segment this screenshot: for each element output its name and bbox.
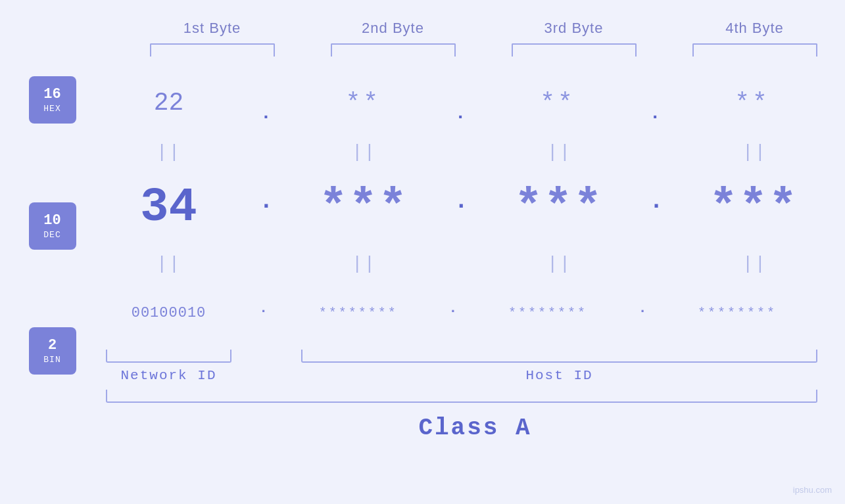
bin-byte1-cell: 00100010 [78, 305, 259, 321]
label-spacer [259, 368, 274, 383]
bin-row: 00100010 . ******** . ******** . *******… [78, 280, 845, 346]
parallel-1-1: || [78, 142, 259, 162]
hex-byte1-value: 22 [154, 89, 184, 117]
parallel-2-2: || [274, 254, 454, 274]
bracket-cell-4 [664, 43, 845, 57]
hex-byte2-value: ** [346, 89, 381, 117]
top-brackets-row [0, 43, 845, 57]
dec-byte3-cell: *** [468, 181, 649, 235]
parallel-row-2: || || || || [78, 247, 845, 280]
parallel-2-3: || [469, 254, 650, 274]
parallel-lines-1-3: || [547, 142, 572, 162]
parallel-lines-2-2: || [352, 254, 377, 274]
bin-byte4-cell: ******** [647, 306, 828, 321]
hex-byte4-value: ** [735, 89, 770, 117]
dec-byte4-value: *** [710, 181, 799, 235]
watermark: ipshu.com [793, 485, 832, 495]
hex-byte4-cell: ** [662, 89, 842, 117]
bottom-brackets-container [78, 350, 845, 363]
bin-badge-number: 2 [48, 337, 57, 354]
parallel-2-4: || [664, 254, 845, 274]
hex-badge: 16 HEX [29, 76, 76, 124]
main-container: 1st Byte 2nd Byte 3rd Byte 4th Byte 16 H… [0, 0, 845, 504]
parallel-2-1: || [78, 254, 259, 274]
host-id-label: Host ID [525, 368, 592, 383]
data-grid: 22 . ** . ** . ** || [78, 70, 845, 403]
dec-byte1-cell: 34 [78, 181, 259, 235]
content-area: 16 HEX 10 DEC 2 BIN 22 . [0, 70, 845, 403]
parallel-lines-1-4: || [742, 142, 767, 162]
outer-bracket-container [78, 390, 845, 403]
parallel-lines-1-1: || [157, 142, 181, 162]
bin-byte2-value: ******** [319, 306, 398, 321]
parallel-lines-2-4: || [742, 254, 767, 274]
bin-byte4-value: ******** [698, 306, 777, 321]
hex-badge-label: HEX [43, 104, 60, 114]
parallel-1-4: || [664, 142, 845, 162]
host-id-label-container: Host ID [274, 368, 845, 383]
byte-label-3: 3rd Byte [483, 20, 664, 37]
network-id-label: Network ID [120, 368, 216, 383]
bracket-cell-2 [302, 43, 483, 57]
top-bracket-4 [692, 43, 817, 57]
bin-badge: 2 BIN [29, 327, 76, 375]
dot-dec-1: . [259, 188, 274, 228]
top-bracket-3 [512, 43, 637, 57]
dot-hex-2: . [455, 103, 466, 135]
parallel-row-1: || || || || [78, 135, 845, 168]
dec-byte4-cell: *** [664, 181, 844, 235]
hex-byte2-cell: ** [273, 89, 454, 117]
network-id-bracket [106, 350, 231, 363]
host-id-bracket [301, 350, 817, 363]
dot-bin-2: . [448, 300, 457, 326]
top-bracket-2 [331, 43, 456, 57]
bin-byte1-value: 00100010 [132, 305, 206, 321]
bin-byte3-cell: ******** [457, 306, 638, 321]
top-bracket-1 [150, 43, 275, 57]
byte-labels-row: 1st Byte 2nd Byte 3rd Byte 4th Byte [0, 20, 845, 37]
dec-badge-number: 10 [43, 212, 60, 229]
hex-badge-number: 16 [43, 86, 60, 103]
outer-bottom-bracket [106, 390, 817, 403]
dec-row: 34 . *** . *** . *** [78, 168, 845, 247]
bin-badge-label: BIN [43, 355, 60, 365]
dot-dec-3: . [649, 188, 664, 228]
byte-label-4: 4th Byte [664, 20, 845, 37]
dec-byte2-value: *** [319, 181, 408, 235]
dot-bin-1: . [259, 300, 268, 326]
parallel-1-2: || [274, 142, 454, 162]
host-bracket-container [274, 350, 845, 363]
class-a-label: Class A [105, 415, 845, 442]
network-bracket-container [78, 350, 259, 363]
class-label-container: Class A [0, 408, 845, 442]
bin-byte2-cell: ******** [268, 306, 448, 321]
dec-byte3-value: *** [514, 181, 604, 235]
parallel-lines-2-1: || [157, 254, 181, 274]
network-id-label-container: Network ID [78, 368, 259, 383]
dot-hex-1: . [260, 103, 272, 135]
parallel-lines-1-2: || [352, 142, 377, 162]
hex-byte1-cell: 22 [78, 89, 259, 117]
hex-byte3-value: ** [540, 89, 575, 117]
hex-byte3-cell: ** [468, 89, 648, 117]
dec-badge-label: DEC [43, 230, 60, 240]
dot-dec-2: . [454, 188, 469, 228]
dot-hex-3: . [650, 103, 661, 135]
bracket-cell-1 [122, 43, 302, 57]
badges-column: 16 HEX 10 DEC 2 BIN [26, 70, 78, 375]
bracket-spacer-1 [259, 350, 274, 363]
hex-row: 22 . ** . ** . ** [78, 70, 845, 135]
bracket-cell-3 [483, 43, 664, 57]
id-labels-row: Network ID Host ID [78, 368, 845, 383]
byte-label-1: 1st Byte [122, 20, 302, 37]
parallel-lines-2-3: || [547, 254, 572, 274]
dot-bin-3: . [638, 300, 646, 326]
dec-badge: 10 DEC [29, 202, 76, 250]
byte-label-2: 2nd Byte [302, 20, 483, 37]
dec-byte1-value: 34 [140, 181, 197, 235]
dec-byte2-cell: *** [274, 181, 454, 235]
bin-byte3-value: ******** [508, 306, 587, 321]
parallel-1-3: || [469, 142, 650, 162]
